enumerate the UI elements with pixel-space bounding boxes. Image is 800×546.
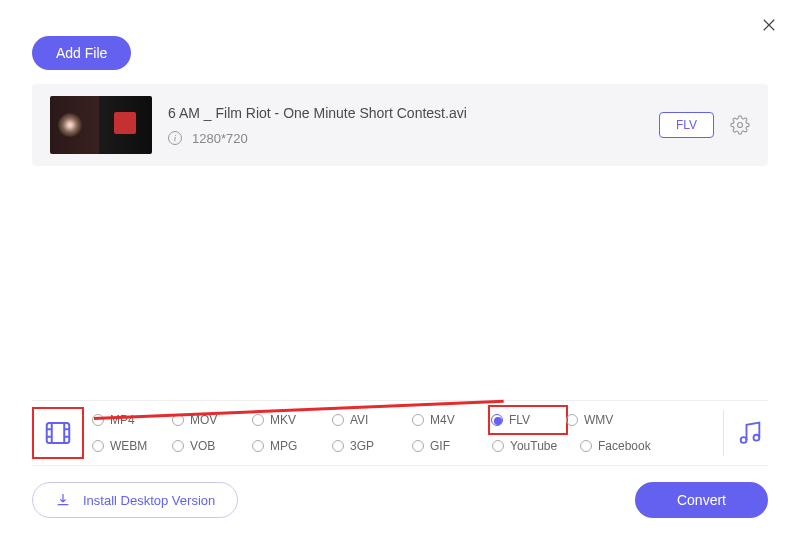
format-label: Facebook	[598, 439, 651, 453]
radio-icon	[332, 440, 344, 452]
format-badge-button[interactable]: FLV	[659, 112, 714, 138]
file-thumbnail[interactable]	[50, 96, 152, 154]
bottom-bar: Install Desktop Version Convert	[32, 482, 768, 518]
radio-icon	[412, 414, 424, 426]
radio-icon	[252, 440, 264, 452]
format-option-wmv[interactable]: WMV	[566, 413, 646, 427]
format-option-mkv[interactable]: MKV	[252, 413, 332, 427]
radio-icon	[92, 440, 104, 452]
format-panel: MP4MOVMKVAVIM4VFLVWMV WEBMVOBMPG3GPGIFYo…	[32, 400, 768, 466]
format-label: MPG	[270, 439, 297, 453]
file-resolution: 1280*720	[192, 131, 248, 146]
video-tab-icon[interactable]	[32, 407, 84, 459]
radio-icon	[491, 414, 503, 426]
format-option-vob[interactable]: VOB	[172, 439, 252, 453]
format-option-avi[interactable]: AVI	[332, 413, 412, 427]
format-label: AVI	[350, 413, 368, 427]
format-option-flv[interactable]: FLV	[488, 405, 568, 435]
radio-icon	[580, 440, 592, 452]
radio-icon	[412, 440, 424, 452]
close-icon[interactable]	[760, 16, 778, 38]
svg-point-3	[754, 435, 760, 441]
info-icon[interactable]: i	[168, 131, 182, 145]
format-option-youtube[interactable]: YouTube	[492, 439, 580, 453]
convert-button[interactable]: Convert	[635, 482, 768, 518]
format-label: GIF	[430, 439, 450, 453]
add-file-button[interactable]: Add File	[32, 36, 131, 70]
svg-point-2	[741, 437, 747, 443]
format-label: MKV	[270, 413, 296, 427]
format-option-m4v[interactable]: M4V	[412, 413, 492, 427]
format-label: 3GP	[350, 439, 374, 453]
svg-point-0	[738, 123, 743, 128]
gear-icon[interactable]	[730, 115, 750, 135]
format-option-facebook[interactable]: Facebook	[580, 439, 668, 453]
format-row-2: WEBMVOBMPG3GPGIFYouTubeFacebook	[92, 439, 711, 453]
separator	[723, 410, 724, 456]
svg-rect-1	[47, 423, 70, 443]
audio-tab-icon[interactable]	[736, 419, 768, 447]
radio-icon	[566, 414, 578, 426]
radio-icon	[332, 414, 344, 426]
format-label: WEBM	[110, 439, 147, 453]
file-card: 6 AM _ Film Riot - One Minute Short Cont…	[32, 84, 768, 166]
radio-icon	[252, 414, 264, 426]
format-label: M4V	[430, 413, 455, 427]
file-info: 6 AM _ Film Riot - One Minute Short Cont…	[168, 105, 643, 146]
format-option-mpg[interactable]: MPG	[252, 439, 332, 453]
format-label: VOB	[190, 439, 215, 453]
format-label: WMV	[584, 413, 613, 427]
install-label: Install Desktop Version	[83, 493, 215, 508]
download-icon	[55, 492, 71, 508]
install-desktop-button[interactable]: Install Desktop Version	[32, 482, 238, 518]
radio-icon	[492, 440, 504, 452]
format-label: YouTube	[510, 439, 557, 453]
file-name: 6 AM _ Film Riot - One Minute Short Cont…	[168, 105, 643, 121]
format-label: FLV	[509, 413, 530, 427]
format-option-3gp[interactable]: 3GP	[332, 439, 412, 453]
format-option-gif[interactable]: GIF	[412, 439, 492, 453]
format-option-webm[interactable]: WEBM	[92, 439, 172, 453]
radio-icon	[172, 440, 184, 452]
